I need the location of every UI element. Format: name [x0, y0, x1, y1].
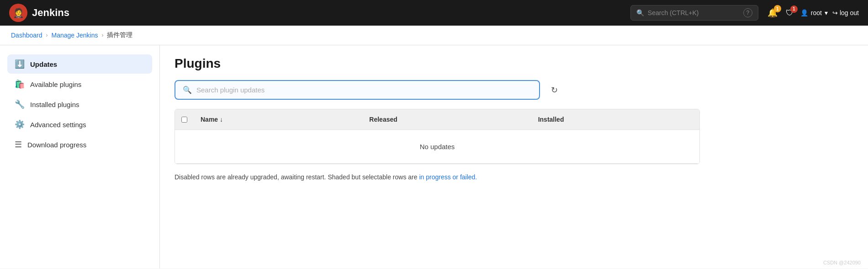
watermark: CSDN @242090: [823, 260, 861, 265]
plugin-search-wrap: 🔍 ↻: [175, 80, 853, 100]
plugins-table: Name ↓ Released Installed No updates: [175, 109, 700, 164]
installed-plugins-icon: 🔧: [15, 99, 25, 109]
notification-button[interactable]: 🔔 1: [766, 6, 779, 20]
breadcrumb-dashboard[interactable]: Dashboard: [11, 32, 42, 39]
jenkins-logo-icon: 🤵: [9, 4, 27, 22]
download-progress-icon: ☰: [15, 140, 22, 150]
user-menu-button[interactable]: 👤 root ▾: [800, 9, 828, 16]
header-icons: 🔔 1 🛡 1 👤 root ▾ ↪ log out: [766, 6, 859, 20]
footer-note-link[interactable]: in progress or failed.: [419, 173, 477, 181]
sidebar: ⬇️ Updates 🛍️ Available plugins 🔧 Instal…: [0, 45, 160, 269]
footer-note-prefix: Disabled rows are already upgraded, awai…: [175, 173, 419, 181]
header: 🤵 Jenkins 🔍 ? 🔔 1 🛡 1 👤 root ▾ ↪ log out: [0, 0, 868, 26]
updates-icon: ⬇️: [15, 59, 25, 69]
select-all-checkbox[interactable]: [181, 117, 187, 123]
main-content: Plugins 🔍 ↻ Name ↓ Released Installed No…: [160, 45, 868, 269]
security-button[interactable]: 🛡 1: [784, 6, 796, 20]
notification-badge: 1: [774, 5, 781, 12]
sidebar-item-available-label: Available plugins: [30, 81, 81, 88]
refresh-button[interactable]: ↻: [547, 81, 561, 99]
no-updates-message: No updates: [175, 130, 699, 164]
sidebar-item-advanced-settings[interactable]: ⚙️ Advanced settings: [7, 115, 152, 134]
sidebar-item-updates-label: Updates: [30, 60, 57, 68]
sidebar-item-installed-label: Installed plugins: [30, 101, 79, 108]
table-body: No updates: [175, 130, 699, 164]
global-search-bar[interactable]: 🔍 ?: [630, 5, 758, 21]
sidebar-item-download-progress[interactable]: ☰ Download progress: [7, 135, 152, 154]
app-title: Jenkins: [32, 7, 69, 19]
sidebar-item-installed-plugins[interactable]: 🔧 Installed plugins: [7, 95, 152, 114]
col-check: [175, 114, 193, 125]
col-released-header: Released: [362, 114, 530, 125]
plugin-search-box[interactable]: 🔍: [175, 80, 540, 100]
table-header: Name ↓ Released Installed: [175, 109, 699, 130]
security-badge: 1: [790, 5, 798, 13]
breadcrumb-sep-1: ›: [46, 32, 48, 38]
plugin-search-input[interactable]: [196, 86, 532, 94]
page-title: Plugins: [175, 56, 853, 71]
search-icon: 🔍: [636, 9, 644, 16]
user-label: root: [811, 9, 822, 16]
available-plugins-icon: 🛍️: [15, 79, 25, 89]
help-icon[interactable]: ?: [743, 8, 752, 17]
logout-label: log out: [840, 9, 859, 16]
col-name-header: Name ↓: [193, 114, 362, 125]
sidebar-item-available-plugins[interactable]: 🛍️ Available plugins: [7, 75, 152, 94]
sidebar-item-updates[interactable]: ⬇️ Updates: [7, 54, 152, 74]
main-layout: ⬇️ Updates 🛍️ Available plugins 🔧 Instal…: [0, 45, 868, 269]
advanced-settings-icon: ⚙️: [15, 119, 25, 129]
logo-area: 🤵 Jenkins: [9, 4, 69, 22]
plugin-search-icon: 🔍: [183, 86, 192, 94]
sidebar-item-advanced-label: Advanced settings: [30, 121, 86, 129]
breadcrumb-sep-2: ›: [101, 32, 103, 38]
logout-button[interactable]: ↪ log out: [832, 9, 859, 16]
footer-note: Disabled rows are already upgraded, awai…: [175, 173, 853, 181]
breadcrumb-manage-jenkins[interactable]: Manage Jenkins: [52, 32, 98, 39]
sidebar-item-download-label: Download progress: [27, 141, 86, 149]
global-search-input[interactable]: [648, 9, 740, 16]
col-installed-header: Installed: [531, 114, 699, 125]
breadcrumb: Dashboard › Manage Jenkins › 插件管理: [0, 26, 868, 45]
breadcrumb-current: 插件管理: [107, 31, 132, 39]
